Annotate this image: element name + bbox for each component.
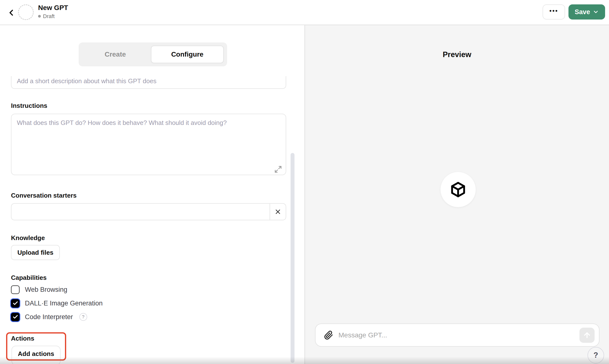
message-input[interactable] xyxy=(334,331,580,339)
starter-input[interactable] xyxy=(12,204,270,220)
draft-status-dot xyxy=(38,15,41,18)
draft-status-text: Draft xyxy=(43,13,55,20)
expand-icon xyxy=(274,165,283,174)
capability-code-interpreter[interactable]: Code Interpreter ? xyxy=(11,312,87,322)
actions-label: Actions xyxy=(11,335,34,342)
editor-panel: Create Configure Add a short description… xyxy=(0,25,304,364)
help-button[interactable]: ? xyxy=(587,347,604,364)
cube-icon xyxy=(449,181,467,199)
chevron-down-icon xyxy=(593,9,599,15)
top-header: New GPT Draft ••• Save xyxy=(0,0,609,25)
check-icon xyxy=(13,300,18,306)
save-button[interactable]: Save xyxy=(568,4,605,20)
tab-switcher: Create Configure xyxy=(79,42,227,66)
upload-files-button[interactable]: Upload files xyxy=(11,245,60,260)
capability-label: Code Interpreter xyxy=(25,313,73,321)
add-actions-button[interactable]: Add actions xyxy=(12,346,61,364)
check-icon xyxy=(13,314,18,320)
description-input[interactable]: Add a short description about what this … xyxy=(11,76,286,89)
conversation-starter-row xyxy=(11,203,286,220)
capability-label: Web Browsing xyxy=(25,286,68,294)
attach-button[interactable] xyxy=(323,330,334,341)
close-icon xyxy=(274,208,282,215)
capability-dalle[interactable]: DALL·E Image Generation xyxy=(11,299,103,308)
instructions-textarea[interactable]: What does this GPT do? How does it behav… xyxy=(11,114,286,175)
expand-button[interactable] xyxy=(273,164,283,174)
instructions-label: Instructions xyxy=(11,102,47,110)
send-button[interactable] xyxy=(580,328,595,343)
page-title: New GPT xyxy=(38,4,68,12)
checkbox-code-interpreter[interactable] xyxy=(11,313,20,321)
tab-create[interactable]: Create xyxy=(79,42,152,66)
capability-label: DALL·E Image Generation xyxy=(25,299,103,307)
message-bar xyxy=(315,324,599,347)
tab-configure[interactable]: Configure xyxy=(151,46,224,63)
knowledge-label: Knowledge xyxy=(11,234,45,242)
paperclip-icon xyxy=(324,331,333,340)
clear-starter-button[interactable] xyxy=(270,204,286,220)
back-button[interactable] xyxy=(5,7,17,19)
preview-panel: Preview ? xyxy=(305,25,609,364)
title-block: New GPT Draft xyxy=(38,4,68,20)
starters-label: Conversation starters xyxy=(11,192,77,199)
checkbox-web-browsing[interactable] xyxy=(11,286,20,294)
gpt-logo-circle xyxy=(441,172,476,207)
arrow-up-icon xyxy=(583,331,591,339)
ellipsis-icon: ••• xyxy=(549,7,558,15)
gpt-avatar-placeholder[interactable] xyxy=(18,4,34,20)
checkbox-dalle[interactable] xyxy=(11,299,20,308)
preview-title: Preview xyxy=(305,50,609,59)
capabilities-label: Capabilities xyxy=(11,274,47,282)
help-icon[interactable]: ? xyxy=(79,313,87,321)
scrollbar-thumb[interactable] xyxy=(291,153,295,363)
panel-divider xyxy=(304,25,305,364)
chevron-left-icon xyxy=(6,8,16,18)
more-options-button[interactable]: ••• xyxy=(542,4,565,20)
capability-web-browsing[interactable]: Web Browsing xyxy=(11,285,68,294)
save-label: Save xyxy=(575,8,590,16)
